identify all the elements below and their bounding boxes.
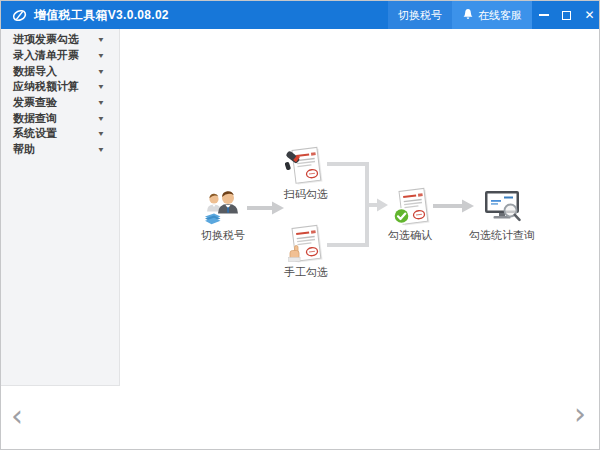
- sidebar-item-data-import[interactable]: 数据导入 ▾: [1, 63, 119, 79]
- flow-label-switch-taxpayer: 切换税号: [181, 228, 265, 243]
- chevron-down-icon: ▾: [99, 98, 104, 107]
- sidebar-item-system-settings[interactable]: 系统设置 ▾: [1, 126, 119, 142]
- close-button[interactable]: ✕: [578, 1, 600, 29]
- sidebar-item-input-invoice-select[interactable]: 进项发票勾选 ▾: [1, 32, 119, 48]
- flow-node-switch-taxpayer[interactable]: [203, 189, 243, 230]
- app-window: 增值税工具箱V3.0.08.02 切换税号 在线客服 ✕ 进项发票勾选 ▾: [0, 0, 600, 450]
- titlebar: 增值税工具箱V3.0.08.02 切换税号 在线客服 ✕: [1, 1, 600, 29]
- sidebar-item-data-query[interactable]: 数据查询 ▾: [1, 110, 119, 126]
- bell-icon: [462, 8, 474, 22]
- prev-page-chevron[interactable]: ‹: [11, 401, 23, 431]
- chevron-down-icon: ▾: [99, 114, 104, 123]
- chevron-down-icon: ▾: [99, 145, 104, 154]
- app-title: 增值税工具箱V3.0.08.02: [34, 7, 169, 24]
- chevron-down-icon: ▾: [99, 35, 104, 44]
- chevron-down-icon: ▾: [99, 82, 104, 91]
- app-logo-icon: [11, 7, 28, 24]
- online-service-label: 在线客服: [478, 8, 522, 23]
- maximize-button[interactable]: [555, 1, 578, 29]
- sidebar-item-tax-calculation[interactable]: 应纳税额计算 ▾: [1, 79, 119, 95]
- chevron-down-icon: ▾: [99, 67, 104, 76]
- online-service-button[interactable]: 在线客服: [452, 1, 532, 29]
- monitor-search-icon: [482, 210, 522, 227]
- flow-label-scan-select: 扫码勾选: [264, 187, 348, 202]
- flow-node-stats-query[interactable]: [482, 189, 522, 228]
- people-icon: [203, 212, 243, 229]
- flow-label-stats-query: 勾选统计查询: [456, 228, 548, 243]
- sidebar-item-invoice-verification[interactable]: 发票查验 ▾: [1, 95, 119, 111]
- sidebar-item-list-invoicing[interactable]: 录入清单开票 ▾: [1, 48, 119, 64]
- next-page-chevron[interactable]: ›: [574, 399, 586, 429]
- flow-label-manual-select: 手工勾选: [264, 265, 348, 280]
- maximize-icon: [562, 11, 571, 20]
- flow-label-confirm-select: 勾选确认: [368, 228, 452, 243]
- sidebar-item-help[interactable]: 帮助 ▾: [1, 142, 119, 158]
- sidebar-menu: 进项发票勾选 ▾ 录入清单开票 ▾ 数据导入 ▾ 应纳税额计算 ▾ 发票查验 ▾…: [1, 29, 120, 386]
- flow-node-confirm-select[interactable]: [392, 187, 432, 231]
- flow-node-manual-select[interactable]: [285, 224, 325, 268]
- flow-node-scan-select[interactable]: [285, 146, 325, 190]
- chevron-down-icon: ▾: [99, 51, 104, 60]
- chevron-down-icon: ▾: [99, 129, 104, 138]
- minimize-icon: [539, 14, 549, 16]
- minimize-button[interactable]: [532, 1, 555, 29]
- switch-taxpayer-button[interactable]: 切换税号: [388, 1, 452, 29]
